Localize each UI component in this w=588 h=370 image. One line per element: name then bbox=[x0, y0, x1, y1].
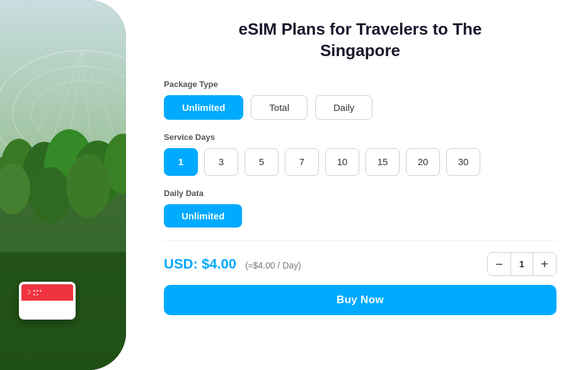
day-btn-30[interactable]: 30 bbox=[446, 148, 480, 176]
daily-data-unlimited-button[interactable]: Unlimited bbox=[164, 204, 242, 228]
daily-data-label: Daily Data bbox=[164, 188, 556, 198]
increase-quantity-button[interactable]: + bbox=[533, 253, 556, 275]
daily-data-section: Daily Data Unlimited bbox=[164, 188, 556, 228]
day-btn-5[interactable]: 5 bbox=[245, 148, 279, 176]
day-btn-7[interactable]: 7 bbox=[285, 148, 319, 176]
price-row: USD: $4.00 (≈$4.00 / Day) − 1 + bbox=[164, 240, 556, 276]
price-per-day: (≈$4.00 / Day) bbox=[245, 260, 301, 270]
page-title: eSIM Plans for Travelers to The Singapor… bbox=[164, 19, 556, 62]
price-display: USD: $4.00 (≈$4.00 / Day) bbox=[164, 256, 301, 272]
price-value: USD: $4.00 bbox=[164, 256, 240, 272]
service-days-group: 1 3 5 7 10 15 20 30 bbox=[164, 148, 556, 176]
day-btn-1[interactable]: 1 bbox=[164, 148, 198, 176]
package-type-group: Unlimited Total Daily bbox=[164, 95, 556, 120]
quantity-control: − 1 + bbox=[487, 252, 556, 276]
singapore-flag: ☽ ★ ★ ★ ★ ★ bbox=[21, 284, 73, 317]
left-image-panel: ☽ ★ ★ ★ ★ ★ bbox=[0, 0, 126, 370]
svg-point-16 bbox=[30, 167, 71, 224]
day-btn-3[interactable]: 3 bbox=[204, 148, 238, 176]
package-type-section: Package Type Unlimited Total Daily bbox=[164, 79, 556, 120]
service-days-section: Service Days 1 3 5 7 10 15 20 30 bbox=[164, 132, 556, 176]
crescent-icon: ☽ bbox=[25, 289, 31, 296]
day-btn-15[interactable]: 15 bbox=[366, 148, 400, 176]
package-unlimited-button[interactable]: Unlimited bbox=[164, 95, 243, 120]
package-daily-button[interactable]: Daily bbox=[315, 95, 372, 120]
package-total-button[interactable]: Total bbox=[251, 95, 308, 120]
main-content: eSIM Plans for Travelers to The Singapor… bbox=[126, 0, 588, 370]
quantity-value: 1 bbox=[510, 253, 533, 275]
service-days-label: Service Days bbox=[164, 132, 556, 142]
day-btn-20[interactable]: 20 bbox=[406, 148, 440, 176]
decrease-quantity-button[interactable]: − bbox=[488, 253, 510, 275]
background-image: ☽ ★ ★ ★ ★ ★ bbox=[0, 0, 126, 370]
svg-point-17 bbox=[66, 154, 110, 217]
package-type-label: Package Type bbox=[164, 79, 556, 89]
day-btn-10[interactable]: 10 bbox=[325, 148, 359, 176]
buy-now-button[interactable]: Buy Now bbox=[164, 285, 556, 315]
price-currency: USD: bbox=[164, 256, 198, 272]
price-amount: $4.00 bbox=[202, 256, 236, 272]
flag-badge: ☽ ★ ★ ★ ★ ★ bbox=[19, 282, 76, 320]
stars-icon: ★ ★ ★ ★ ★ bbox=[33, 289, 42, 296]
